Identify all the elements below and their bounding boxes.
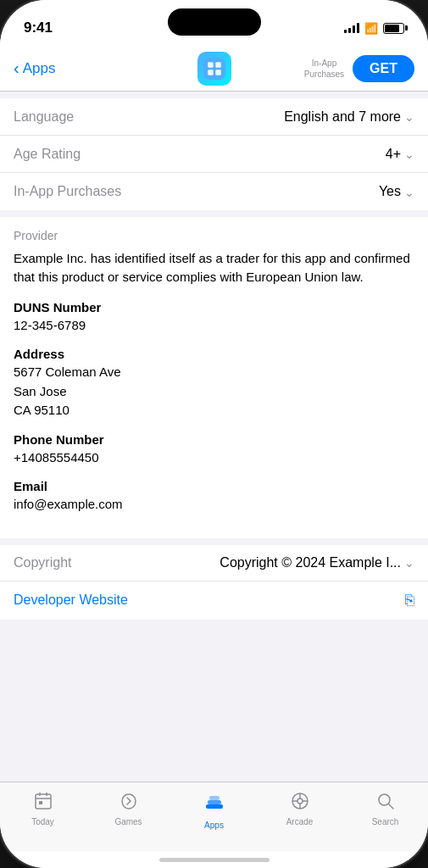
svg-rect-5 — [36, 794, 51, 809]
svg-rect-1 — [208, 62, 214, 68]
home-indicator — [0, 851, 428, 868]
address-field: Address 5677 Coleman Ave San Jose CA 951… — [14, 347, 414, 420]
email-field: Email info@example.com — [14, 479, 414, 515]
copyright-label: Copyright — [14, 555, 71, 570]
app-icon — [197, 52, 231, 86]
age-rating-value: 4+ ⌄ — [386, 147, 414, 162]
back-button[interactable]: ‹ Apps — [14, 59, 55, 78]
tab-today-label: Today — [31, 817, 54, 826]
tab-item-today[interactable]: Today — [0, 791, 86, 826]
duns-value: 12-345-6789 — [14, 316, 414, 336]
language-label: Language — [14, 109, 74, 125]
phone-inner: 9:41 📶 ‹ Apps — [0, 0, 428, 868]
status-bar: 9:41 📶 — [0, 0, 428, 46]
copyright-row[interactable]: Copyright Copyright © 2024 Example I... … — [0, 545, 428, 581]
provider-description: Example Inc. has identified itself as a … — [14, 249, 414, 287]
info-group: Language English and 7 more ⌄ Age Rating… — [0, 98, 428, 210]
home-bar — [159, 858, 270, 862]
duns-field: DUNS Number 12-345-6789 — [14, 300, 414, 336]
chevron-left-icon: ‹ — [14, 58, 19, 78]
back-label: Apps — [23, 60, 56, 77]
language-chevron-icon: ⌄ — [404, 110, 414, 124]
wifi-icon: 📶 — [364, 22, 378, 35]
status-time: 9:41 — [24, 19, 53, 36]
battery-icon — [383, 23, 404, 34]
tab-item-games[interactable]: Games — [86, 791, 171, 826]
tab-item-arcade[interactable]: Arcade — [257, 791, 342, 826]
tab-games-label: Games — [114, 817, 142, 826]
svg-rect-11 — [208, 800, 221, 804]
age-rating-label: Age Rating — [14, 147, 81, 162]
phone-label: Phone Number — [14, 432, 414, 447]
in-app-chevron-icon: ⌄ — [404, 186, 414, 199]
language-row[interactable]: Language English and 7 more ⌄ — [0, 98, 428, 136]
svg-rect-4 — [215, 70, 220, 75]
svg-rect-0 — [203, 58, 225, 80]
search-icon — [375, 791, 396, 815]
copyright-value-text: Copyright © 2024 Example I... — [220, 555, 401, 570]
in-app-label: In-App Purchases — [304, 58, 344, 80]
tab-arcade-label: Arcade — [286, 817, 314, 826]
svg-rect-9 — [39, 801, 42, 804]
address-value: 5677 Coleman Ave San Jose CA 95110 — [14, 363, 414, 420]
svg-line-20 — [388, 804, 393, 810]
today-icon — [33, 791, 53, 815]
phone-field: Phone Number +14085554450 — [14, 432, 414, 468]
svg-rect-10 — [206, 804, 223, 809]
email-value: info@example.com — [14, 495, 414, 515]
age-rating-chevron-icon: ⌄ — [404, 147, 414, 161]
games-icon — [119, 791, 139, 815]
copyright-value: Copyright © 2024 Example I... ⌄ — [220, 555, 414, 570]
scroll-content: Language English and 7 more ⌄ Age Rating… — [0, 92, 428, 782]
tab-search-label: Search — [372, 817, 399, 826]
developer-website-link[interactable]: Developer Website — [14, 593, 128, 608]
in-app-purchases-row[interactable]: In-App Purchases Yes ⌄ — [0, 173, 428, 210]
phone-frame: 9:41 📶 ‹ Apps — [0, 0, 428, 868]
duns-label: DUNS Number — [14, 300, 414, 314]
age-rating-value-text: 4+ — [386, 147, 401, 162]
email-label: Email — [14, 479, 414, 493]
tab-item-apps[interactable]: Apps — [171, 791, 257, 830]
status-icons: 📶 — [344, 22, 404, 35]
provider-title: Provider — [14, 229, 414, 242]
arcade-icon — [290, 791, 310, 815]
external-link-icon: ⎘ — [405, 592, 414, 609]
nav-right: In-App Purchases GET — [304, 55, 414, 82]
provider-section: Provider Example Inc. has identified its… — [0, 217, 428, 538]
copyright-chevron-icon: ⌄ — [404, 556, 414, 570]
svg-rect-3 — [208, 70, 214, 75]
in-app-purchases-label: In-App Purchases — [14, 184, 121, 199]
svg-point-14 — [297, 798, 303, 804]
in-app-purchases-value: Yes ⌄ — [379, 184, 414, 199]
nav-center — [197, 52, 231, 86]
tab-bar: Today Games — [0, 782, 428, 851]
tab-apps-label: Apps — [204, 821, 224, 830]
svg-rect-2 — [215, 62, 220, 68]
in-app-purchases-value-text: Yes — [379, 184, 401, 199]
apps-icon — [203, 791, 226, 818]
age-rating-row[interactable]: Age Rating 4+ ⌄ — [0, 136, 428, 173]
get-button[interactable]: GET — [353, 55, 414, 82]
nav-bar: ‹ Apps — [0, 46, 428, 92]
phone-value: +14085554450 — [14, 448, 414, 468]
tab-item-search[interactable]: Search — [342, 791, 428, 826]
address-label: Address — [14, 347, 414, 361]
developer-website-row[interactable]: Developer Website ⎘ — [0, 581, 428, 620]
copyright-group: Copyright Copyright © 2024 Example I... … — [0, 545, 428, 620]
signal-icon — [344, 23, 359, 33]
svg-rect-12 — [209, 796, 220, 800]
language-value: English and 7 more ⌄ — [284, 109, 414, 125]
language-value-text: English and 7 more — [284, 109, 401, 125]
